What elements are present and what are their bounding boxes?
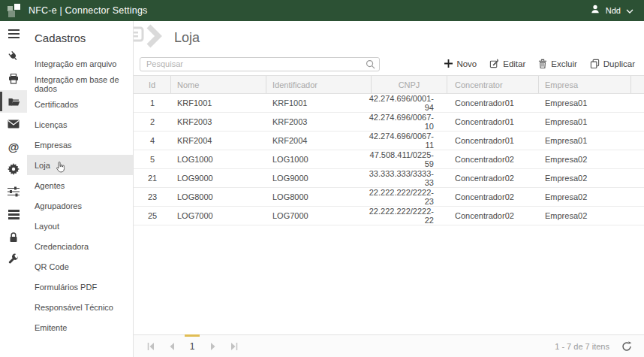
- data-grid: IdNomeIdentificadorCNPJConcentratorEmpre…: [134, 75, 644, 225]
- next-page-button[interactable]: [203, 336, 224, 357]
- table-cell: 5: [134, 150, 171, 168]
- table-cell: KRF1001: [266, 94, 372, 112]
- table-header-row: IdNomeIdentificadorCNPJConcentratorEmpre…: [134, 75, 644, 94]
- column-header-id[interactable]: Id: [134, 76, 171, 93]
- sidebar-item-agentes[interactable]: Agentes: [27, 175, 133, 195]
- table-row[interactable]: 1KRF1001KRF100142.274.696/0001-94Concent…: [134, 94, 644, 113]
- table-cell: LOG9000: [266, 169, 372, 187]
- menu-icon[interactable]: [0, 23, 27, 45]
- pagination-bar: 1 1 - 7 de 7 itens: [134, 334, 644, 357]
- table-cell: 1: [134, 94, 171, 112]
- column-header-cnpj[interactable]: CNPJ: [372, 76, 447, 93]
- table-row[interactable]: 25LOG7000LOG700022.222.222/2222-22Concen…: [134, 207, 644, 225]
- table-cell: 33.333.333/3333-33: [372, 169, 447, 187]
- sidebar-item-label: Formulários PDF: [35, 283, 97, 292]
- sidebar-item-credenciadora[interactable]: Credenciadora: [27, 236, 133, 256]
- cursor-hand-icon: [55, 161, 66, 175]
- table-cell: LOG7000: [266, 207, 372, 225]
- page-store-icon: [134, 24, 170, 51]
- table-cell-stub: [631, 207, 644, 225]
- table-cell: Empresa02: [539, 150, 631, 168]
- rows-icon[interactable]: [0, 203, 27, 225]
- table-cell: KRF2004: [171, 132, 266, 150]
- sidebar-item-loja[interactable]: Loja: [27, 155, 133, 175]
- wrench-icon[interactable]: [0, 248, 27, 271]
- chevron-down-icon: [626, 4, 633, 17]
- main-panel: Loja Novo Editar Excluir Duplicar IdNome…: [134, 21, 644, 357]
- table-cell: Empresa02: [539, 207, 631, 225]
- gear-icon[interactable]: [0, 158, 27, 180]
- sidebar-item-label: QR Code: [35, 262, 69, 271]
- page-header: Loja: [134, 21, 644, 54]
- table-cell: KRF2003: [171, 113, 266, 131]
- sidebar-item-responsavel-tecnico[interactable]: Responsável Técnico: [27, 297, 133, 317]
- column-header-nome[interactable]: Nome: [171, 76, 266, 93]
- sidebar-item-integracao-em-arquivo[interactable]: Integração em arquivo: [27, 53, 133, 74]
- sidebar-item-empresas[interactable]: Empresas: [27, 135, 133, 155]
- duplicate-button[interactable]: Duplicar: [590, 59, 635, 70]
- sidebar-menu: Integração em arquivoIntegração em base …: [27, 53, 133, 337]
- first-page-button[interactable]: [140, 336, 161, 357]
- column-header-identificador[interactable]: Identificador: [266, 76, 372, 93]
- delete-button[interactable]: Excluir: [538, 59, 577, 70]
- table-cell: 42.274.696/0067-10: [372, 113, 447, 131]
- table-row[interactable]: 5LOG1000LOG100047.508.411/0225-59Concent…: [134, 150, 644, 169]
- table-row[interactable]: 2KRF2003KRF200342.274.696/0067-10Concent…: [134, 113, 644, 132]
- table-cell: Concentrador02: [447, 188, 539, 206]
- sidebar-item-agrupadores[interactable]: Agrupadores: [27, 195, 133, 216]
- table-cell: Concentrador01: [447, 94, 539, 112]
- table-row[interactable]: 21LOG9000LOG900033.333.333/3333-33Concen…: [134, 169, 644, 188]
- column-header-empresa[interactable]: Empresa: [539, 76, 631, 93]
- search-input[interactable]: [140, 57, 380, 71]
- table-cell: 2: [134, 113, 171, 131]
- search-icon[interactable]: [366, 59, 375, 72]
- sidebar-item-label: Emitente: [35, 323, 67, 332]
- sidebar-item-formularios-pdf[interactable]: Formulários PDF: [27, 277, 133, 297]
- table-cell: 47.508.411/0225-59: [372, 150, 447, 168]
- sidebar-item-label: Loja: [35, 161, 50, 170]
- table-cell-stub: [631, 113, 644, 131]
- user-menu[interactable]: Ndd: [590, 4, 636, 17]
- table-cell: KRF1001: [171, 94, 266, 112]
- lock-icon[interactable]: [0, 225, 27, 248]
- table-cell-stub: [631, 169, 644, 187]
- new-button[interactable]: Novo: [444, 59, 477, 69]
- folder-open-icon[interactable]: [0, 90, 27, 113]
- printer-icon[interactable]: [0, 68, 27, 90]
- previous-page-button[interactable]: [161, 336, 182, 357]
- envelope-icon[interactable]: [0, 113, 27, 135]
- edit-button[interactable]: Editar: [489, 59, 525, 70]
- sidebar-item-emitente[interactable]: Emitente: [27, 317, 133, 337]
- refresh-icon[interactable]: [621, 341, 632, 352]
- sidebar-item-licencas[interactable]: Licenças: [27, 114, 133, 135]
- at-sign-icon[interactable]: @: [0, 135, 27, 158]
- table-cell: 21: [134, 169, 171, 187]
- sidebar-item-label: Integração em arquivo: [35, 59, 116, 68]
- sidebar-item-qr-code[interactable]: QR Code: [27, 256, 133, 277]
- table-row[interactable]: 4KRF2004KRF200442.274.696/0067-11Concent…: [134, 132, 644, 150]
- edit-icon: [489, 59, 499, 70]
- table-cell: LOG7000: [171, 207, 266, 225]
- trash-icon: [538, 59, 547, 70]
- app-window: NFC-e | Connector Settings Ndd @ Cadastr…: [0, 0, 644, 357]
- sidebar-item-layout[interactable]: Layout: [27, 216, 133, 236]
- table-cell: 22.222.222/2222-23: [372, 188, 447, 206]
- sidebar-item-certificados[interactable]: Certificados: [27, 94, 133, 114]
- plug-icon[interactable]: [0, 45, 27, 68]
- user-icon: [590, 4, 600, 17]
- sidebar-item-integracao-em-base-de-dados[interactable]: Integração em base de dados: [27, 74, 133, 94]
- sliders-icon[interactable]: [0, 180, 27, 203]
- last-page-button[interactable]: [224, 336, 245, 357]
- table-cell-stub: [631, 150, 644, 168]
- table-cell: Concentrador01: [447, 113, 539, 131]
- current-page[interactable]: 1: [182, 341, 203, 352]
- table-row[interactable]: 23LOG8000LOG800022.222.222/2222-23Concen…: [134, 188, 644, 207]
- copy-icon: [590, 59, 600, 70]
- table-cell: LOG8000: [171, 188, 266, 206]
- table-cell-stub: [631, 188, 644, 206]
- table-cell: KRF2003: [266, 113, 372, 131]
- items-range-label: 1 - 7 de 7 itens: [555, 342, 609, 351]
- sidebar-item-label: Empresas: [35, 141, 72, 150]
- column-header-concentrator[interactable]: Concentrator: [447, 76, 539, 93]
- table-cell: Empresa01: [539, 94, 631, 112]
